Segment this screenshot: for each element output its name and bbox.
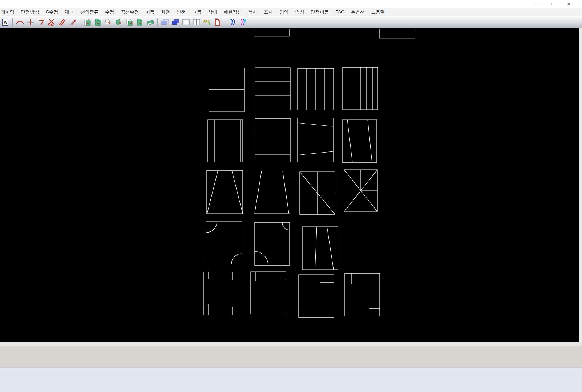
pattern-piece-rect-side-strips[interactable] — [208, 120, 243, 162]
pattern-piece-rect-uneven-rows[interactable] — [255, 118, 290, 162]
close-icon[interactable]: ✕ — [561, 0, 577, 8]
pattern-piece-rect-corner-arcs-1[interactable] — [206, 222, 242, 264]
pattern-piece-rect-three-rows[interactable] — [255, 68, 290, 110]
pattern-piece-rect-four-columns[interactable] — [298, 68, 334, 110]
toolbar-separator-1 — [12, 18, 13, 26]
page-flip-tool-icon[interactable] — [103, 17, 113, 27]
pattern-piece-rect-x-split[interactable] — [344, 170, 377, 212]
menu-item-5[interactable]: 선의종류 — [77, 9, 102, 15]
scissors-tool-icon[interactable] — [46, 17, 57, 27]
pattern-piece-rect-slanted-verticals[interactable] — [342, 120, 377, 162]
taskbar: TALKXα+ ∧ 가 오후 4:26 2025-12-22 — [0, 367, 582, 392]
curve-blue-tool-icon[interactable] — [227, 17, 237, 27]
layers-dark-tool-icon[interactable] — [170, 17, 181, 27]
pattern-piece-rect-notch-ticks[interactable] — [204, 272, 239, 315]
maximize-icon[interactable]: □ — [545, 0, 561, 8]
pattern-piece-rect-flare-panel-wide[interactable] — [207, 170, 243, 214]
eraser-tool-icon[interactable] — [145, 17, 155, 27]
pattern-piece-rect-right-columns[interactable] — [343, 67, 378, 110]
vertical-scrollbar[interactable] — [579, 28, 582, 342]
menu-item-4[interactable]: 체크 — [61, 9, 77, 15]
arrow-line-tool-icon[interactable] — [67, 17, 78, 27]
curve-magenta-tool-icon[interactable] — [237, 17, 248, 27]
menu-item-21[interactable]: 도움말 — [368, 9, 388, 15]
menu-item-11[interactable]: 그룹 — [189, 9, 205, 15]
menu-item-15[interactable]: 표시 — [260, 9, 276, 15]
pattern-piece-rect-two-rows[interactable] — [209, 68, 244, 112]
pattern-piece-rect-corner-arcs-2[interactable] — [255, 222, 290, 265]
page-copy-tool-icon[interactable] — [82, 17, 92, 27]
pattern-piece-rect-flare-panel-narrow[interactable] — [254, 171, 290, 214]
title-bar: — □ ✕ — [0, 0, 582, 8]
menu-item-13[interactable]: 패턴작성 — [220, 9, 245, 15]
toolbar-separator-4 — [225, 18, 225, 26]
menu-bar: 레이딩단점방식G수정체크선의종류수정곡선수정이동회전반전그룹삭제패턴작성복사표시… — [0, 8, 582, 16]
red-document-tool-icon[interactable] — [212, 17, 223, 27]
pattern-piece-rect-seam-lines[interactable] — [302, 227, 338, 270]
toolbar: APAC — [0, 16, 582, 28]
layers-light-tool-icon[interactable] — [159, 17, 170, 27]
minimize-icon[interactable]: — — [529, 0, 545, 8]
menu-item-18[interactable]: 단점이동 — [307, 9, 332, 15]
menu-item-9[interactable]: 회전 — [158, 9, 173, 15]
pac-export-tool-icon[interactable]: PAC — [202, 17, 212, 27]
menu-item-14[interactable]: 복사 — [245, 9, 260, 15]
toolbar-separator-3 — [157, 18, 158, 26]
drawing-canvas[interactable] — [0, 28, 579, 342]
pattern-piece-partial-rect-top-2[interactable] — [379, 29, 415, 38]
menu-item-20[interactable]: 촌법선 — [348, 9, 368, 15]
pattern-drawing-layer — [0, 28, 579, 342]
menu-item-10[interactable]: 반전 — [173, 9, 189, 15]
text-box-tool-icon[interactable]: A — [0, 17, 11, 27]
horizontal-scrollbar[interactable] — [0, 342, 582, 346]
pattern-piece-rect-slanted-horizontals[interactable] — [298, 118, 333, 162]
menu-item-6[interactable]: 수정 — [102, 9, 117, 15]
parallel-line-tool-icon[interactable] — [57, 17, 67, 27]
page-flip-green-tool-icon[interactable] — [113, 17, 124, 27]
svg-text:PAC: PAC — [203, 20, 210, 23]
pattern-piece-partial-rect-top-1[interactable] — [254, 29, 289, 36]
toolbar-separator-2 — [80, 18, 80, 26]
menu-item-16[interactable]: 영역 — [276, 9, 292, 15]
menu-item-17[interactable]: 속성 — [292, 9, 307, 15]
page-move-tool-icon[interactable] — [124, 17, 134, 27]
split-view-tool-icon[interactable] — [191, 17, 202, 27]
page-copy-green-tool-icon[interactable] — [92, 17, 103, 27]
page-merge-tool-icon[interactable] — [134, 17, 145, 27]
menu-item-12[interactable]: 삭제 — [205, 9, 220, 15]
menu-item-2[interactable]: 단점방식 — [18, 9, 43, 15]
corner-line-tool-icon[interactable] — [36, 17, 46, 27]
menu-item-19[interactable]: PAC — [332, 9, 348, 15]
pattern-piece-rect-edge-marks-1[interactable] — [299, 275, 334, 317]
menu-item-8[interactable]: 이동 — [142, 9, 158, 15]
menu-item-3[interactable]: G수정 — [43, 9, 62, 15]
blank-square-tool-icon[interactable] — [181, 17, 191, 27]
menu-item-7[interactable]: 곡선수정 — [117, 9, 142, 15]
pattern-piece-rect-edge-marks-2[interactable] — [345, 273, 380, 316]
window-controls: — □ ✕ — [529, 0, 577, 8]
status-bar: 배율[1/15.1] 사이즈[] — [0, 346, 582, 367]
arc-tool-icon[interactable] — [15, 17, 25, 27]
point-cross-tool-icon[interactable] — [25, 17, 36, 27]
pattern-piece-rect-corner-notch[interactable] — [251, 272, 286, 314]
menu-item-1[interactable]: 레이딩 — [0, 9, 18, 15]
pattern-piece-rect-diagonal-cross[interactable] — [300, 172, 335, 214]
